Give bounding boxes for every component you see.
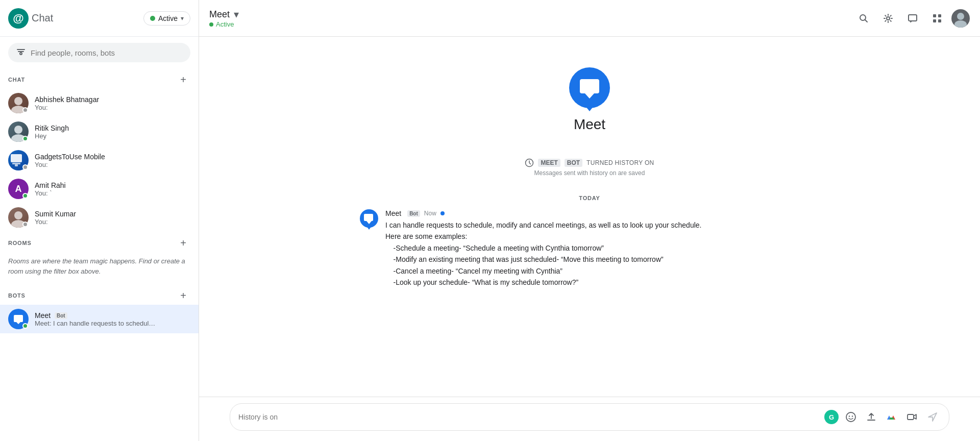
history-meet-tag: MEET — [538, 159, 560, 167]
chat-preview: You: — [35, 161, 190, 168]
svg-point-12 — [14, 211, 22, 219]
video-button[interactable] — [904, 409, 920, 425]
apps-grid-button[interactable] — [927, 8, 947, 29]
chat-section-label: CHAT — [8, 77, 25, 83]
dropdown-icon[interactable]: ▾ — [234, 8, 239, 20]
today-divider: TODAY — [579, 195, 600, 201]
settings-button[interactable] — [878, 8, 898, 29]
add-room-button[interactable]: + — [176, 236, 190, 250]
svg-point-4 — [20, 53, 22, 55]
message-avatar-meet — [360, 209, 378, 228]
logo-area: @ Chat — [8, 8, 138, 29]
search-bar — [0, 37, 199, 68]
chat-info-abhishek: Abhishek Bhatnagar You: — [35, 95, 190, 111]
send-button[interactable] — [924, 409, 941, 425]
bot-intro-name: Meet — [574, 116, 605, 133]
svg-point-18 — [887, 17, 890, 20]
chat-logo-icon: @ — [8, 8, 29, 29]
svg-marker-30 — [366, 221, 372, 224]
filter-icon — [16, 48, 26, 57]
chat-preview: Hey — [35, 132, 190, 140]
search-input[interactable] — [31, 48, 182, 57]
main-content: Meet ▾ Active — [199, 0, 980, 441]
avatar-sumit — [8, 207, 29, 228]
svg-rect-14 — [14, 315, 23, 322]
input-container: G — [230, 403, 949, 431]
chat-info-meet-bot: Meet Bot Meet: I can handle requests to … — [35, 311, 190, 327]
main-header: Meet ▾ Active — [199, 0, 980, 37]
emoji-button[interactable] — [843, 409, 859, 425]
add-bot-button[interactable]: + — [176, 288, 190, 303]
svg-rect-29 — [364, 214, 373, 221]
chat-item-abhishek[interactable]: Abhishek Bhatnagar You: — [0, 89, 199, 117]
input-area: G — [199, 397, 980, 441]
grammarly-button[interactable]: G — [824, 410, 839, 424]
avatar-amit: A — [8, 179, 29, 199]
chat-item-amit[interactable]: A Amit Rahi You: ` — [0, 175, 199, 203]
messages-container: Meet Bot Now I can handle requests to sc… — [360, 209, 819, 296]
main-subtitle: Active — [209, 20, 239, 28]
message-bot-badge: Bot — [407, 210, 420, 217]
chat-preview: You: ` — [35, 189, 190, 197]
status-online-icon — [22, 136, 28, 141]
message-line-4: -Modify an existing meeting that was jus… — [385, 254, 819, 265]
svg-rect-22 — [933, 19, 936, 22]
bot-preview: Meet: I can handle requests to schedul… — [35, 320, 190, 327]
avatar-ritik — [8, 121, 29, 142]
rooms-empty-text: Rooms are where the team magic happens. … — [0, 252, 199, 284]
svg-rect-9 — [11, 154, 22, 162]
add-chat-button[interactable]: + — [176, 72, 190, 87]
status-online-icon — [22, 193, 28, 199]
svg-text:@: @ — [13, 12, 23, 24]
chat-item-ritik[interactable]: Ritik Singh Hey — [0, 117, 199, 146]
active-status-badge[interactable]: Active ▾ — [143, 11, 190, 26]
status-offline-icon — [22, 222, 28, 227]
chat-name: Abhishek Bhatnagar — [35, 95, 190, 104]
chat-item-gadgets[interactable]: GadgetsToUse Mobile You: — [0, 146, 199, 175]
chat-info-gadgets: GadgetsToUse Mobile You: — [35, 153, 190, 168]
message-line-6: -Look up your schedule- “What is my sche… — [385, 277, 819, 288]
bot-item-meet[interactable]: Meet Bot Meet: I can handle requests to … — [0, 305, 199, 333]
main-title: Meet — [209, 9, 230, 20]
svg-point-24 — [957, 13, 964, 20]
search-container[interactable] — [8, 43, 190, 62]
feedback-button[interactable] — [902, 8, 923, 29]
svg-rect-34 — [908, 414, 914, 420]
svg-rect-21 — [938, 14, 941, 17]
main-active-text: Active — [216, 20, 234, 28]
chat-item-sumit[interactable]: Sumit Kumar You: — [0, 203, 199, 232]
message-meta: Meet Bot Now — [385, 209, 819, 217]
status-offline-icon — [22, 164, 28, 170]
chat-name: GadgetsToUse Mobile — [35, 153, 190, 161]
chat-area[interactable]: Meet MEET BOT TURNED HISTORY ON Messages… — [199, 37, 980, 397]
active-label: Active — [158, 14, 178, 22]
svg-rect-20 — [933, 14, 936, 17]
user-avatar[interactable] — [951, 9, 970, 28]
message-row-meet: Meet Bot Now I can handle requests to sc… — [360, 209, 819, 288]
bot-badge: Bot — [55, 312, 67, 319]
main-title-area: Meet ▾ — [209, 8, 239, 20]
svg-rect-19 — [909, 15, 917, 21]
chat-name: Ritik Singh — [35, 124, 190, 132]
svg-point-5 — [14, 97, 22, 105]
drive-button[interactable] — [884, 409, 900, 425]
online-dot-icon — [440, 211, 445, 215]
upload-button[interactable] — [863, 409, 879, 425]
bot-large-avatar — [569, 67, 610, 108]
message-input[interactable] — [238, 413, 820, 421]
sidebar: @ Chat Active ▾ CHAT + — [0, 0, 199, 441]
svg-rect-26 — [580, 79, 599, 93]
svg-marker-15 — [16, 322, 20, 324]
chat-name: Amit Rahi — [35, 181, 190, 189]
history-notice: MEET BOT TURNED HISTORY ON Messages sent… — [230, 158, 949, 177]
bots-section-header: BOTS + — [0, 284, 199, 305]
avatar-meet-bot — [8, 309, 29, 329]
svg-line-17 — [865, 19, 868, 22]
chat-info-sumit: Sumit Kumar You: — [35, 210, 190, 226]
svg-rect-23 — [938, 19, 941, 22]
search-button[interactable] — [853, 8, 874, 29]
bot-intro: Meet — [569, 47, 610, 153]
history-action-text: TURNED HISTORY ON — [586, 159, 654, 166]
svg-point-31 — [846, 412, 855, 422]
svg-point-25 — [954, 20, 967, 28]
